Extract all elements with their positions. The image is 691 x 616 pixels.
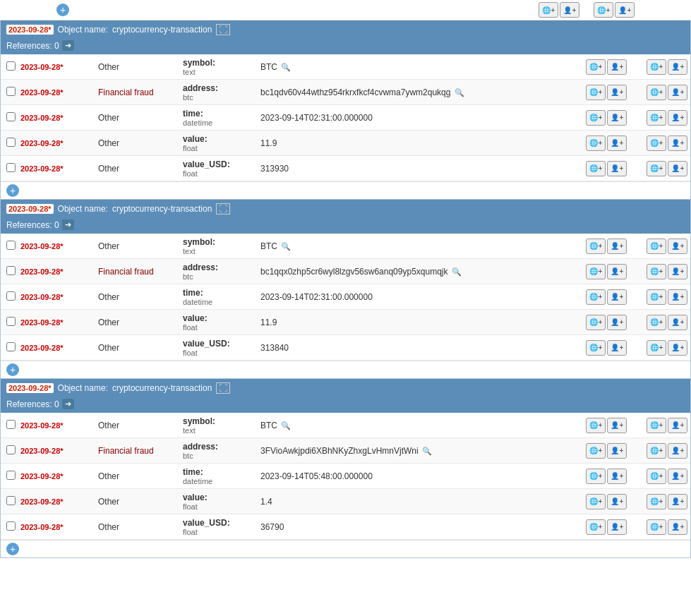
s1r2a-person-btn[interactable]: 👤+ xyxy=(607,85,627,100)
date-link[interactable]: 2023-09-28* xyxy=(20,497,64,506)
checkbox-input[interactable] xyxy=(6,87,16,96)
s1r1a-person-btn[interactable]: 👤+ xyxy=(607,59,627,75)
s2r1a-person-btn[interactable]: 👤+ xyxy=(607,238,627,254)
references-arrow[interactable]: ➔ xyxy=(62,219,74,230)
checkbox-input[interactable] xyxy=(6,445,16,454)
row-checkbox[interactable] xyxy=(1,496,20,507)
s1r2a-globe-btn[interactable]: 🌐+ xyxy=(586,85,606,100)
row-checkbox[interactable] xyxy=(1,445,20,457)
s2r4b-globe-btn[interactable]: 🌐+ xyxy=(647,315,666,330)
s2r2b-person-btn[interactable]: 👤+ xyxy=(668,264,687,279)
date-link[interactable]: 2023-09-28* xyxy=(20,447,64,455)
s2r1b-globe-btn[interactable]: 🌐+ xyxy=(647,238,666,254)
checkbox-input[interactable] xyxy=(6,317,16,326)
s1r1b-person-btn[interactable]: 👤+ xyxy=(668,59,687,75)
s3r1b-globe-btn[interactable]: 🌐+ xyxy=(647,418,666,433)
s3r2b-globe-btn[interactable]: 🌐+ xyxy=(647,443,666,459)
references-arrow[interactable]: ➔ xyxy=(62,399,74,409)
s3r5b-person-btn[interactable]: 👤+ xyxy=(668,519,687,535)
date-link[interactable]: 2023-09-28* xyxy=(20,164,64,173)
s2r4b-person-btn[interactable]: 👤+ xyxy=(668,315,687,330)
s1r3a-person-btn[interactable]: 👤+ xyxy=(607,110,627,126)
row-checkbox[interactable] xyxy=(1,317,20,328)
s1r2b-globe-btn[interactable]: 🌐+ xyxy=(647,85,666,100)
s3r4a-globe-btn[interactable]: 🌐+ xyxy=(586,494,606,509)
row-checkbox[interactable] xyxy=(1,163,20,174)
s1r1a-globe-btn[interactable]: 🌐+ xyxy=(586,59,606,75)
date-link[interactable]: 2023-09-28* xyxy=(20,267,64,276)
s3r3b-person-btn[interactable]: 👤+ xyxy=(668,469,687,484)
references-arrow[interactable]: ➔ xyxy=(62,40,74,51)
s3r3a-person-btn[interactable]: 👤+ xyxy=(607,469,627,484)
date-link[interactable]: 2023-09-28* xyxy=(20,344,64,352)
s1r3b-globe-btn[interactable]: 🌐+ xyxy=(647,110,666,126)
row-checkbox[interactable] xyxy=(1,241,20,252)
row-checkbox[interactable] xyxy=(1,87,20,98)
row-checkbox[interactable] xyxy=(1,138,20,149)
s2r5a-person-btn[interactable]: 👤+ xyxy=(607,340,627,356)
s1r5a-globe-btn[interactable]: 🌐+ xyxy=(586,161,606,176)
s3r1b-person-btn[interactable]: 👤+ xyxy=(668,418,687,433)
date-link[interactable]: 2023-09-28* xyxy=(20,242,64,250)
s1r4b-person-btn[interactable]: 👤+ xyxy=(668,135,687,151)
s3r1a-globe-btn[interactable]: 🌐+ xyxy=(586,418,606,433)
s3r4a-person-btn[interactable]: 👤+ xyxy=(607,494,627,509)
date-link[interactable]: 2023-09-28* xyxy=(20,421,64,430)
expand-icon[interactable]: ⛶ xyxy=(216,24,230,35)
s2r2a-person-btn[interactable]: 👤+ xyxy=(607,264,627,279)
date-link[interactable]: 2023-09-28* xyxy=(20,472,64,481)
s3r2a-person-btn[interactable]: 👤+ xyxy=(607,443,627,459)
row-checkbox[interactable] xyxy=(1,61,20,73)
s3r5a-globe-btn[interactable]: 🌐+ xyxy=(586,519,606,535)
top-globe-add-btn[interactable]: 🌐 + xyxy=(539,2,558,18)
date-link[interactable]: 2023-09-28* xyxy=(20,318,64,327)
s2r1b-person-btn[interactable]: 👤+ xyxy=(668,238,687,254)
date-link[interactable]: 2023-09-28* xyxy=(20,63,64,71)
top-add-button[interactable]: + xyxy=(56,4,69,16)
s3r4b-person-btn[interactable]: 👤+ xyxy=(668,494,687,509)
s3r5a-person-btn[interactable]: 👤+ xyxy=(607,519,627,535)
bottom-expand-btn[interactable]: + xyxy=(6,543,19,555)
row-checkbox[interactable] xyxy=(1,420,20,431)
search-icon[interactable]: 🔍 xyxy=(450,267,462,276)
s2r3b-person-btn[interactable]: 👤+ xyxy=(668,289,687,305)
search-icon[interactable]: 🔍 xyxy=(279,63,291,71)
checkbox-input[interactable] xyxy=(6,496,16,505)
s3r3b-globe-btn[interactable]: 🌐+ xyxy=(647,469,666,484)
top-person-add-btn[interactable]: 👤 + xyxy=(560,2,579,18)
s2r5b-person-btn[interactable]: 👤+ xyxy=(668,340,687,356)
s2r5a-globe-btn[interactable]: 🌐+ xyxy=(586,340,606,356)
date-link[interactable]: 2023-09-28* xyxy=(20,114,64,122)
s3r2b-person-btn[interactable]: 👤+ xyxy=(668,443,687,459)
s1r5a-person-btn[interactable]: 👤+ xyxy=(607,161,627,176)
s2r5b-globe-btn[interactable]: 🌐+ xyxy=(647,340,666,356)
checkbox-input[interactable] xyxy=(6,342,16,351)
s1r3b-person-btn[interactable]: 👤+ xyxy=(668,110,687,126)
checkbox-input[interactable] xyxy=(6,291,16,301)
bottom-expand-btn[interactable]: + xyxy=(6,184,19,197)
s1r1b-globe-btn[interactable]: 🌐+ xyxy=(647,59,666,75)
s2r3a-globe-btn[interactable]: 🌐+ xyxy=(586,289,606,305)
checkbox-input[interactable] xyxy=(6,61,16,71)
s1r2b-person-btn[interactable]: 👤+ xyxy=(668,85,687,100)
date-link[interactable]: 2023-09-28* xyxy=(20,523,64,531)
checkbox-input[interactable] xyxy=(6,163,16,172)
checkbox-input[interactable] xyxy=(6,138,16,147)
checkbox-input[interactable] xyxy=(6,471,16,480)
search-icon[interactable]: 🔍 xyxy=(279,421,291,430)
s2r1a-globe-btn[interactable]: 🌐+ xyxy=(586,238,606,254)
s3r4b-globe-btn[interactable]: 🌐+ xyxy=(647,494,666,509)
date-link[interactable]: 2023-09-28* xyxy=(20,88,64,97)
search-icon[interactable]: 🔍 xyxy=(420,447,432,455)
search-icon[interactable]: 🔍 xyxy=(452,88,464,97)
checkbox-input[interactable] xyxy=(6,112,16,121)
checkbox-input[interactable] xyxy=(6,420,16,429)
s1r4a-person-btn[interactable]: 👤+ xyxy=(607,135,627,151)
row-checkbox[interactable] xyxy=(1,521,20,533)
checkbox-input[interactable] xyxy=(6,521,16,531)
checkbox-input[interactable] xyxy=(6,266,16,275)
s2r4a-globe-btn[interactable]: 🌐+ xyxy=(586,315,606,330)
row-checkbox[interactable] xyxy=(1,291,20,303)
s3r2a-globe-btn[interactable]: 🌐+ xyxy=(586,443,606,459)
s1r4b-globe-btn[interactable]: 🌐+ xyxy=(647,135,666,151)
